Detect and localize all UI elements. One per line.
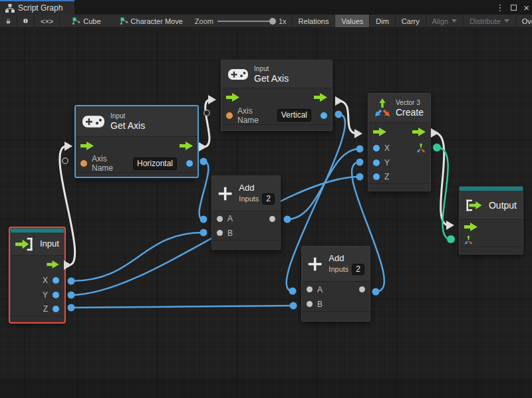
breadcrumb-root-cube[interactable]: Cube (65, 15, 107, 27)
breadcrumb-root-label: Cube (83, 17, 100, 25)
zoom-label: Zoom (195, 17, 213, 25)
node-title: Add (239, 183, 275, 193)
zoom-slider[interactable] (217, 21, 275, 22)
vector3-y-label: Y (384, 158, 390, 167)
node-vector3-create[interactable]: Vector 3 Create X Y Z (368, 93, 431, 191)
axis-name-port[interactable] (80, 160, 87, 167)
relations-button[interactable]: Relations (292, 15, 336, 27)
node-title: Input (40, 239, 59, 249)
axis-result-port[interactable] (186, 160, 193, 167)
axis-name-label: Axis Name (237, 106, 273, 125)
add-a-label: A (317, 285, 323, 294)
node-add-1[interactable]: Add Inputs2 A B (211, 175, 281, 250)
code-preview-label: <×> (41, 17, 53, 25)
add-b-port[interactable] (307, 301, 313, 307)
graph-tab-icon (5, 4, 15, 13)
vector3-icon (374, 98, 391, 118)
tab-bar: Script Graph ⋮ × (0, 0, 532, 15)
node-input[interactable]: Input X Y Z (10, 228, 65, 322)
node-title: Output (489, 200, 517, 211)
output-icon (466, 197, 483, 213)
node-kicker: Input (110, 112, 145, 120)
add-sum-port[interactable] (359, 286, 365, 292)
axis-result-port[interactable] (321, 112, 327, 119)
graph-node-icon (72, 17, 80, 25)
axis-name-label: Axis Name (92, 154, 128, 173)
input-icon (15, 237, 35, 251)
info-button[interactable] (17, 15, 35, 27)
flow-in-arrow-icon[interactable] (373, 128, 386, 136)
node-title: Get Axis (254, 73, 289, 84)
add-b-label: B (227, 229, 233, 238)
inputs-label: Inputs (329, 265, 348, 273)
window-maximize-icon[interactable] (511, 5, 517, 11)
flow-out-arrow-icon[interactable] (412, 128, 426, 136)
input-z-port[interactable] (53, 306, 59, 312)
add-b-label: B (317, 300, 323, 309)
vector3-result-port-icon[interactable] (416, 143, 426, 153)
input-z-label: Z (43, 304, 48, 314)
flow-in-arrow-icon[interactable] (226, 93, 239, 102)
add-a-port[interactable] (217, 216, 223, 222)
vector3-x-port[interactable] (373, 145, 380, 151)
plus-icon (307, 256, 323, 272)
vector3-z-port[interactable] (373, 173, 380, 180)
vector3-y-port[interactable] (373, 159, 380, 166)
flow-out-arrow-icon[interactable] (47, 260, 59, 268)
plus-icon (217, 185, 233, 202)
gamepad-icon (82, 114, 104, 129)
flow-in-arrow-icon[interactable] (464, 223, 477, 231)
node-get-axis-vertical[interactable]: Input Get Axis Axis Name Vertical (221, 60, 332, 131)
axis-name-field[interactable]: Vertical (277, 109, 311, 122)
graph-node-icon (120, 17, 128, 25)
node-title: Create (396, 107, 424, 118)
lock-icon (6, 17, 11, 25)
window-close-icon[interactable]: × (523, 3, 529, 13)
carry-button[interactable]: Carry (396, 15, 426, 27)
node-get-axis-horizontal[interactable]: Input Get Axis Axis Name Horizontal (75, 106, 198, 177)
axis-name-port[interactable] (226, 112, 233, 119)
info-icon (23, 17, 28, 25)
chevron-down-icon (504, 19, 509, 23)
code-preview-button[interactable]: <×> (35, 15, 60, 27)
lock-button[interactable] (0, 15, 17, 27)
add-sum-port[interactable] (269, 216, 275, 222)
add-a-port[interactable] (307, 286, 313, 292)
input-x-label: X (43, 276, 48, 285)
align-dropdown[interactable]: Align (426, 15, 464, 27)
inputs-count-field[interactable]: 2 (262, 193, 275, 205)
flow-out-arrow-icon[interactable] (314, 93, 327, 102)
inputs-count-field[interactable]: 2 (352, 264, 364, 275)
node-title: Add (329, 253, 364, 264)
distribute-dropdown[interactable]: Distribute (464, 15, 515, 27)
input-y-port[interactable] (53, 292, 59, 298)
breadcrumb-current-character-move[interactable]: Character Move (113, 15, 190, 27)
node-kicker: Input (254, 65, 289, 73)
script-graph-window: Script Graph ⋮ × <×> (0, 0, 532, 398)
input-x-port[interactable] (53, 277, 59, 284)
input-y-label: Y (43, 290, 48, 300)
gamepad-icon (228, 68, 248, 81)
vector3-z-label: Z (384, 172, 389, 181)
inputs-label: Inputs (239, 195, 259, 203)
vector3-value-port-icon[interactable] (464, 235, 473, 245)
breadcrumb-current-label: Character Move (131, 17, 183, 25)
window-menu-icon[interactable]: ⋮ (495, 3, 504, 12)
graph-toolbar: <×> Cube Character Move Zoom (0, 15, 532, 28)
vector3-x-label: X (384, 144, 390, 153)
flow-out-arrow-icon[interactable] (180, 142, 193, 150)
values-button[interactable]: Values (335, 15, 370, 27)
node-add-2[interactable]: Add Inputs2 A B (301, 246, 370, 322)
tab-title: Script Graph (18, 3, 63, 13)
overview-button[interactable]: Overv (516, 15, 532, 27)
tab-script-graph[interactable]: Script Graph (0, 0, 74, 15)
node-output[interactable]: Output (459, 186, 523, 254)
add-b-port[interactable] (217, 230, 223, 236)
zoom-slider-knob[interactable] (269, 18, 276, 25)
node-kicker: Vector 3 (396, 99, 424, 107)
dim-button[interactable]: Dim (370, 15, 396, 27)
zoom-value: 1x (279, 17, 287, 25)
axis-name-field[interactable]: Horizontal (133, 157, 177, 170)
chevron-down-icon (452, 19, 457, 23)
flow-in-arrow-icon[interactable] (80, 142, 94, 150)
